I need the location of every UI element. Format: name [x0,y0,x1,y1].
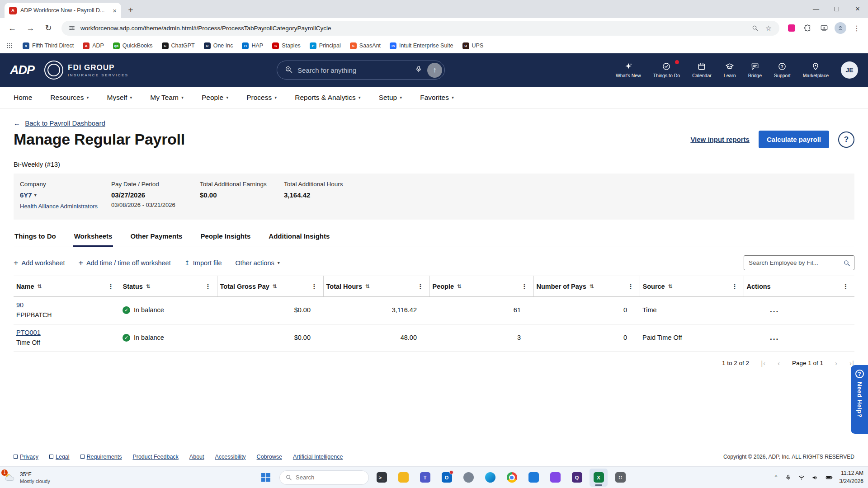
tab-worksheets[interactable]: Worksheets [73,232,113,247]
global-search-input[interactable] [297,66,410,74]
add-time-worksheet-button[interactable]: +Add time / time off worksheet [78,259,170,267]
bookmark-item[interactable]: AADP [83,42,104,49]
nav-item-myself[interactable]: Myself▾ [107,94,132,102]
employee-search-input[interactable] [749,259,840,266]
taskbar-app-file-explorer[interactable] [394,469,412,487]
tab-additional-insights[interactable]: Additional Insights [268,232,330,247]
bookmark-item[interactable]: SSaasAnt [350,42,381,49]
col-header-number-of-pays[interactable]: Number of Pays [537,283,586,290]
taskbar-app-excel[interactable]: X [590,469,608,487]
column-menu-icon[interactable]: ⋮ [108,282,116,291]
other-actions-dropdown[interactable]: Other actions▾ [235,259,279,267]
zoom-icon[interactable] [750,21,760,35]
forward-button[interactable]: → [23,20,38,36]
previous-page-button[interactable]: ‹ [778,359,780,367]
microphone-icon[interactable] [415,65,423,75]
bookmark-item[interactable]: UUPS [462,42,484,49]
minimize-button[interactable]: — [806,0,826,18]
learn-button[interactable]: Learn [724,62,736,78]
bookmark-item[interactable]: SStaples [272,42,301,49]
bridge-button[interactable]: Bridge [748,62,762,78]
bookmark-item[interactable]: OOne Inc [204,42,233,49]
user-avatar[interactable]: JE [841,61,858,79]
battery-icon[interactable] [825,474,833,481]
bookmark-item[interactable]: inIntuit Enterprise Suite [390,42,453,49]
taskbar-app-grid[interactable]: ∷ [611,469,629,487]
first-page-button[interactable]: |‹ [761,359,766,367]
footer-link-legal[interactable]: Legal [49,454,70,460]
whats-new-button[interactable]: What's New [616,62,641,78]
taskbar-app-quickbooks[interactable]: Q [568,469,586,487]
nav-item-process[interactable]: Process▾ [246,94,277,102]
company-name-link[interactable]: Health Alliance Administrators [20,203,111,210]
tab-close-icon[interactable]: × [113,7,117,14]
col-header-total-hours[interactable]: Total Hours [326,283,362,290]
taskbar-app-chrome[interactable] [503,469,521,487]
employee-search[interactable] [744,255,854,270]
back-to-dashboard-link[interactable]: Back to Payroll Dashboard [25,119,105,127]
taskbar-search-input[interactable] [296,474,363,481]
view-input-reports-link[interactable]: View input reports [690,136,750,143]
column-menu-icon[interactable]: ⋮ [627,282,636,291]
column-menu-icon[interactable]: ⋮ [205,282,213,291]
company-code-dropdown[interactable]: 6Y7▾ [20,191,111,199]
taskbar-app-teams[interactable]: T [416,469,434,487]
sort-icon[interactable]: ⇅ [365,283,370,290]
footer-link-product-feedback[interactable]: Product Feedback [132,454,178,460]
volume-icon[interactable] [811,474,819,481]
sort-icon[interactable]: ⇅ [273,283,277,290]
clock[interactable]: 11:12 AM 3/24/2026 [840,469,863,485]
next-page-button[interactable]: › [835,359,838,367]
extensions-puzzle-icon[interactable] [801,21,815,35]
tab-people-insights[interactable]: People Insights [199,232,251,247]
col-header-gross-pay[interactable]: Total Gross Pay [220,283,269,290]
nav-item-favorites[interactable]: Favorites▾ [420,94,454,102]
taskbar-app-photos[interactable] [524,469,542,487]
taskbar-app-people[interactable] [459,469,477,487]
sort-icon[interactable]: ⇅ [146,283,151,290]
adp-logo[interactable]: ADP [10,63,34,77]
taskbar-app-edge[interactable] [481,469,499,487]
marketplace-button[interactable]: Marketplace [803,62,829,78]
close-button[interactable]: × [847,0,868,18]
bookmark-item[interactable]: 5Fifth Third Direct [23,42,74,49]
profile-avatar-icon[interactable] [834,21,847,35]
support-button[interactable]: ? Support [774,62,791,78]
worksheet-name-link[interactable]: 90 [16,301,24,309]
column-menu-icon[interactable]: ⋮ [311,282,320,291]
nav-item-resources[interactable]: Resources▾ [50,94,89,102]
footer-link-cobrowse[interactable]: Cobrowse [257,454,282,460]
taskbar-app-outlook[interactable]: O [438,469,456,487]
search-submit-button[interactable]: ↑ [427,63,442,78]
reload-button[interactable]: ↻ [41,20,56,36]
apps-grid-icon[interactable] [5,39,14,52]
things-to-do-button[interactable]: Things to Do [653,62,680,78]
weather-widget[interactable]: 1 35°F Mostly cloudy [3,471,50,484]
footer-link-privacy[interactable]: Privacy [14,454,38,460]
tab-other-payments[interactable]: Other Payments [129,232,183,247]
site-info-icon[interactable] [68,21,76,35]
bookmark-item[interactable]: HHAP [242,42,263,49]
nav-item-reports-analytics[interactable]: Reports & Analytics▾ [295,94,360,102]
footer-link-accessibility[interactable]: Accessibility [215,454,246,460]
start-button[interactable] [258,469,276,487]
taskbar-app-store[interactable] [546,469,564,487]
global-search[interactable]: ↑ [277,61,445,80]
col-header-name[interactable]: Name [16,283,34,290]
footer-link-about[interactable]: About [189,454,204,460]
col-header-people[interactable]: People [433,283,454,290]
calendar-button[interactable]: Calendar [692,62,712,78]
bookmark-item[interactable]: CChatGPT [162,42,195,49]
address-bar[interactable]: workforcenow.adp.com/theme/admin.html#/P… [61,21,779,36]
tab-things-to-do[interactable]: Things to Do [14,232,57,247]
column-menu-icon[interactable]: ⋮ [521,282,530,291]
column-menu-icon[interactable]: ⋮ [731,282,740,291]
column-menu-icon[interactable]: ⋮ [417,282,426,291]
nav-item-home[interactable]: Home [14,94,32,102]
add-worksheet-button[interactable]: +Add worksheet [14,259,65,267]
import-file-button[interactable]: ↥Import file [184,259,222,267]
calculate-payroll-button[interactable]: Calculate payroll [759,131,829,148]
bookmark-item[interactable]: PPrincipal [310,42,341,49]
footer-link-artificial-intelligence[interactable]: Artificial Intelligence [293,454,343,460]
browser-menu-icon[interactable]: ⋮ [850,21,863,35]
